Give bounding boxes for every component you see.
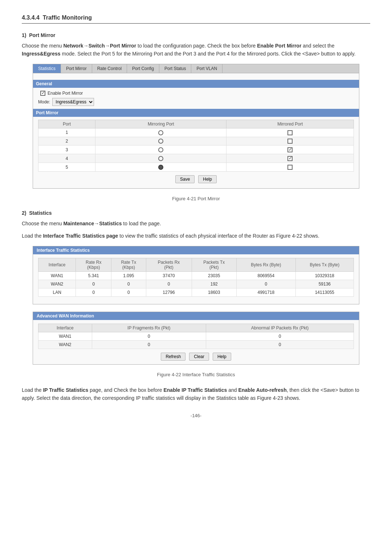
- ts-pkts-tx: 192: [192, 280, 236, 288]
- ts-col-rate-rx: Rate Rx(Kbps): [76, 258, 111, 271]
- mode-select[interactable]: Ingress&Egress Ingress Egress: [52, 98, 94, 106]
- port-cell: 1: [38, 128, 95, 137]
- table-row: WAN2 0 0: [38, 340, 354, 349]
- help-button-stats[interactable]: Help: [213, 353, 231, 361]
- mirrored-cell[interactable]: [226, 137, 354, 145]
- aw-interface: WAN2: [38, 340, 92, 349]
- ts-bytes-rx: 4991718: [236, 288, 295, 296]
- stats-btn-row: Refresh Clear Help: [38, 353, 354, 361]
- mirroring-cell[interactable]: [95, 128, 226, 137]
- ts-pkts-rx: 12796: [146, 288, 192, 296]
- aw-abnormal: 0: [206, 332, 354, 340]
- config-panel: General Enable Port Mirror Mode: Ingress…: [33, 73, 359, 189]
- mirroring-radio[interactable]: [158, 165, 163, 170]
- ts-bytes-rx: 8069554: [236, 271, 295, 280]
- enable-port-mirror-label: Enable Port Mirror: [48, 91, 83, 96]
- refresh-button[interactable]: Refresh: [161, 353, 185, 361]
- mirrored-cell[interactable]: [226, 163, 354, 172]
- col-mirrored-port: Mirrored Port: [226, 120, 354, 128]
- help-button[interactable]: Help: [198, 175, 217, 183]
- tab-port-status[interactable]: Port Status: [159, 64, 191, 73]
- port-cell: 4: [38, 154, 95, 163]
- table-row: 4: [38, 154, 354, 163]
- mirroring-radio[interactable]: [158, 139, 163, 144]
- figure22-caption: Figure 4-22 Interface Traffic Statistics: [22, 372, 370, 377]
- mode-row: Mode: Ingress&Egress Ingress Egress: [38, 98, 354, 106]
- tab-statistics[interactable]: Statistics: [33, 64, 61, 73]
- section-title: 4.3.4.4 Traffic Monitoring: [22, 15, 370, 24]
- aw-col-abnormal: Abnormal IP Packets Rx (Pkt): [206, 324, 354, 332]
- enable-port-mirror-checkbox[interactable]: [40, 91, 45, 96]
- clear-button[interactable]: Clear: [189, 353, 209, 361]
- subsection2-para1: Choose the menu Maintenance→Statistics t…: [22, 219, 370, 227]
- ts-bytes-tx: 10329318: [295, 271, 354, 280]
- mirrored-cell[interactable]: [226, 128, 354, 137]
- tab-bar: Statistics Port Mirror Rate Control Port…: [33, 64, 359, 73]
- ts-rate-tx: 0: [111, 288, 146, 296]
- table-row: WAN1 0 0: [38, 332, 354, 340]
- port-mirror-header: Port Mirror: [33, 109, 359, 117]
- port-cell: 3: [38, 145, 95, 154]
- aw-ip-fragments: 0: [92, 340, 206, 349]
- figure21-caption: Figure 4-21 Port Mirror: [22, 196, 370, 201]
- col-mirroring-port: Mirroring Port: [95, 120, 226, 128]
- aw-interface: WAN1: [38, 332, 92, 340]
- ts-rate-rx: 0: [76, 288, 111, 296]
- ts-bytes-tx: 14113055: [295, 288, 354, 296]
- mirrored-checkbox[interactable]: [287, 147, 293, 152]
- table-row: LAN 0 0 12796 18603 4991718 14113055: [38, 288, 354, 296]
- aw-col-ip-fragments: IP Fragments Rx (Pkt): [92, 324, 206, 332]
- ts-col-interface: Interface: [38, 258, 76, 271]
- mirroring-cell[interactable]: [95, 137, 226, 145]
- interface-traffic-stats-panel: Interface Traffic Statistics Interface R…: [33, 246, 359, 304]
- general-header: General: [33, 80, 359, 88]
- advanced-wan-header: Advanced WAN Information: [33, 312, 359, 320]
- ts-interface: WAN1: [38, 271, 76, 280]
- mirrored-checkbox[interactable]: [287, 139, 293, 144]
- save-button[interactable]: Save: [175, 175, 195, 183]
- table-row: 2: [38, 137, 354, 145]
- aw-ip-fragments: 0: [92, 332, 206, 340]
- mirrored-checkbox[interactable]: [287, 165, 293, 170]
- table-row: WAN2 0 0 0 192 0 59136: [38, 280, 354, 288]
- tab-port-mirror[interactable]: Port Mirror: [61, 64, 92, 73]
- mirroring-cell[interactable]: [95, 154, 226, 163]
- ts-col-pkts-rx: Packets Rx(Pkt): [146, 258, 192, 271]
- subsection2-para3: Load the IP Traffic Statistics page, and…: [22, 386, 370, 402]
- ts-rate-rx: 0: [76, 280, 111, 288]
- subsection1-title: 1) Port Mirror: [22, 32, 370, 38]
- subsection1-description: Choose the menu Network→Switch→Port Mirr…: [22, 42, 370, 58]
- mirroring-radio[interactable]: [158, 147, 163, 152]
- enable-port-mirror-row: Enable Port Mirror: [38, 91, 354, 96]
- mirroring-radio[interactable]: [158, 156, 163, 161]
- mirrored-cell[interactable]: [226, 154, 354, 163]
- ts-rate-tx: 1.095: [111, 271, 146, 280]
- col-port: Port: [38, 120, 95, 128]
- ts-pkts-rx: 0: [146, 280, 192, 288]
- mirroring-cell[interactable]: [95, 145, 226, 154]
- mirroring-radio[interactable]: [158, 130, 163, 135]
- mirrored-checkbox[interactable]: [287, 130, 293, 135]
- ts-pkts-tx: 18603: [192, 288, 236, 296]
- table-row: WAN1 5.341 1.095 37470 23035 8069554 103…: [38, 271, 354, 280]
- tab-port-vlan[interactable]: Port VLAN: [191, 64, 222, 73]
- advanced-wan-table: Interface IP Fragments Rx (Pkt) Abnormal…: [38, 324, 354, 349]
- ts-col-bytes-tx: Bytes Tx (Byte): [295, 258, 354, 271]
- mirroring-cell[interactable]: [95, 163, 226, 172]
- traffic-stats-table: Interface Rate Rx(Kbps) Rate Tx(Kbps) Pa…: [38, 258, 354, 297]
- page-number: -146-: [22, 413, 370, 418]
- ts-pkts-rx: 37470: [146, 271, 192, 280]
- ts-bytes-rx: 0: [236, 280, 295, 288]
- tab-rate-control[interactable]: Rate Control: [92, 64, 127, 73]
- ts-interface: WAN2: [38, 280, 76, 288]
- mirrored-cell[interactable]: [226, 145, 354, 154]
- mode-label: Mode:: [38, 99, 50, 104]
- advanced-wan-panel: Advanced WAN Information Interface IP Fr…: [33, 312, 359, 365]
- ts-col-rate-tx: Rate Tx(Kbps): [111, 258, 146, 271]
- port-cell: 2: [38, 137, 95, 145]
- port-mirror-btn-row: Save Help: [38, 175, 354, 183]
- tab-port-config[interactable]: Port Config: [127, 64, 159, 73]
- ts-col-bytes-rx: Bytes Rx (Byte): [236, 258, 295, 271]
- table-row: 5: [38, 163, 354, 172]
- mirrored-checkbox[interactable]: [287, 156, 293, 161]
